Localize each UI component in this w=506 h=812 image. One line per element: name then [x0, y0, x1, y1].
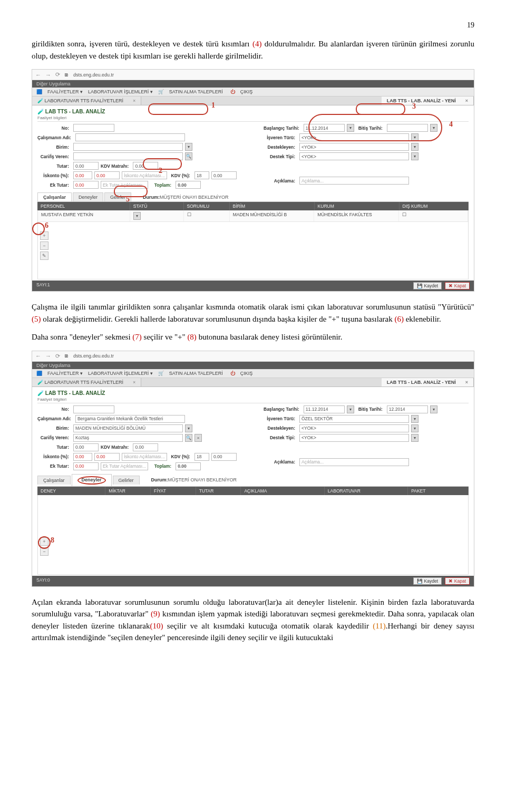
search-icon[interactable]: 🔍 — [185, 152, 192, 160]
cal-icon[interactable]: ▾ — [430, 405, 437, 413]
gc-sorumlu[interactable]: ☐ — [184, 210, 230, 221]
input-aciklama[interactable]: Açıklama... — [299, 458, 409, 466]
input-birim[interactable] — [73, 143, 183, 151]
remove-icon[interactable]: − — [40, 547, 48, 556]
back-icon[interactable]: ← — [35, 353, 41, 359]
reload-icon[interactable]: ⟳ — [55, 353, 60, 360]
tab-deneyler[interactable]: Deneyler — [73, 192, 103, 201]
dd-icon[interactable]: ▾ — [411, 434, 419, 442]
clear-icon[interactable]: × — [194, 434, 202, 442]
close-button[interactable]: ✖ Kapat — [445, 282, 470, 289]
cal-icon[interactable]: ▾ — [430, 124, 437, 132]
tab-list[interactable]: 🧪 LABORATUVAR TTS FAALİYETLERİ× — [32, 96, 141, 105]
forward-icon[interactable]: → — [45, 72, 51, 78]
search-icon[interactable]: 🔍 — [185, 434, 192, 442]
input-bitis[interactable]: 12.2014 — [387, 405, 428, 413]
gc-statu[interactable]: ▾ — [130, 210, 184, 221]
input-kdvmatrah[interactable]: 0.00 — [133, 162, 158, 170]
dd-icon[interactable]: ▾ — [185, 143, 192, 151]
input-ektutar[interactable]: 0.00 — [73, 181, 99, 189]
tab-gelirler[interactable]: Gelirler — [113, 476, 140, 485]
input-kdv-val[interactable]: 0.00 — [211, 453, 237, 461]
input-no[interactable] — [73, 405, 114, 413]
power-icon[interactable]: ⏻ — [230, 89, 235, 94]
tab-calisanlar[interactable]: Çalışanlar — [37, 192, 72, 201]
menu-faaliyetler[interactable]: FAALİYETLER ▾ — [47, 89, 83, 94]
input-iskonto-val[interactable]: 0.00 — [94, 171, 120, 179]
tab-list[interactable]: 🧪 LABORATUVAR TTS FAALİYETLERİ× — [32, 378, 141, 386]
gc-diskurum[interactable]: ☐ — [399, 210, 468, 221]
tab-deneyler[interactable]: Deneyler — [72, 474, 112, 486]
save-button[interactable]: 💾 Kaydet — [413, 577, 442, 585]
tab-calisanlar[interactable]: Çalışanlar — [37, 476, 71, 485]
input-kdv-pct[interactable]: 18 — [194, 171, 209, 179]
input-destektipi[interactable]: <YOK> — [299, 434, 409, 442]
close-icon[interactable]: × — [133, 380, 135, 385]
grid-row[interactable]: MUSTAFA EMRE YETKİN ▾ ☐ MADEN MÜHENDİSLİ… — [38, 210, 468, 222]
dd-icon[interactable]: ▾ — [411, 152, 419, 160]
gh-aciklama: AÇIKLAMA — [241, 487, 324, 495]
input-bitis[interactable] — [387, 124, 428, 132]
input-aciklama[interactable]: Açıklama... — [299, 177, 409, 185]
input-no[interactable] — [73, 124, 114, 132]
reload-icon[interactable]: ⟳ — [55, 71, 60, 78]
dd-icon[interactable]: ▾ — [133, 212, 141, 220]
tab-gelirler[interactable]: Gelirler — [104, 192, 131, 201]
menu-lab[interactable]: LABORATUVAR İŞLEMLERİ ▾ — [88, 371, 153, 376]
tab-detail[interactable]: LAB TTS - LAB. ANALİZ - YENİ× — [382, 378, 474, 386]
remove-icon[interactable]: − — [40, 241, 48, 250]
input-kdvmatrah[interactable]: 0.00 — [133, 443, 158, 451]
menu-satin[interactable]: SATIN ALMA TALEPLERİ — [169, 89, 223, 94]
add-icon[interactable]: + — [40, 537, 48, 546]
input-isveren[interactable]: <YOK> — [299, 133, 409, 141]
input-baslangic[interactable]: 11.12.2014 — [304, 124, 345, 132]
add-icon[interactable]: + — [40, 231, 48, 240]
close-icon[interactable]: × — [465, 98, 468, 103]
menu-cikis[interactable]: ÇIKIŞ — [240, 371, 253, 376]
forward-icon[interactable]: → — [45, 353, 51, 359]
dd-icon[interactable]: ▾ — [411, 143, 419, 151]
back-icon[interactable]: ← — [35, 72, 41, 78]
dd-icon[interactable]: ▾ — [185, 424, 192, 432]
close-icon[interactable]: × — [133, 98, 135, 103]
menu-faaliyetler[interactable]: FAALİYETLER ▾ — [47, 371, 83, 376]
input-iskonto-val[interactable]: 0.00 — [94, 453, 120, 461]
input-isveren[interactable]: ÖZEL SEKTÖR — [299, 415, 409, 423]
close-button[interactable]: ✖ Kapat — [445, 577, 470, 585]
input-kdv-val[interactable]: 0.00 — [211, 171, 237, 179]
input-kdv-pct[interactable]: 18 — [194, 453, 209, 461]
input-ektutar[interactable]: 0.00 — [73, 462, 99, 470]
menu-cikis[interactable]: ÇIKIŞ — [240, 89, 253, 94]
cal-icon[interactable]: ▾ — [347, 124, 354, 132]
input-destektipi[interactable]: <YOK> — [299, 152, 409, 160]
input-ektutar-acik[interactable]: Ek Tutar Açıklaması... — [101, 462, 148, 470]
input-cari[interactable] — [73, 152, 183, 160]
input-birim[interactable]: MADEN MÜHENDİSLİĞİ BÖLÜMÜ — [73, 424, 183, 432]
input-calisma[interactable]: Bergama Granitleri Mekanik Özellik Testl… — [75, 415, 185, 423]
url-bar[interactable]: dsts.eng.deu.edu.tr — [73, 72, 471, 78]
menu-satin[interactable]: SATIN ALMA TALEPLERİ — [169, 371, 223, 376]
input-ektutar-acik[interactable]: Ek Tutar Açıklaması... — [101, 181, 148, 189]
cal-icon[interactable]: ▾ — [347, 405, 354, 413]
power-icon[interactable]: ⏻ — [230, 371, 235, 376]
dd-icon[interactable]: ▾ — [411, 133, 419, 141]
input-baslangic[interactable]: 11.12.2014 — [304, 405, 345, 413]
input-tutar[interactable]: 0.00 — [73, 443, 99, 451]
input-tutar[interactable]: 0.00 — [73, 162, 99, 170]
input-iskonto-pct[interactable]: 0.00 — [73, 453, 92, 461]
dd-icon[interactable]: ▾ — [411, 424, 419, 432]
edit-icon[interactable]: ✎ — [40, 252, 48, 260]
save-button[interactable]: 💾 Kaydet — [413, 282, 442, 289]
close-icon[interactable]: × — [465, 380, 468, 385]
input-iskonto-pct[interactable]: 0.00 — [73, 171, 92, 179]
url-bar[interactable]: dsts.eng.deu.edu.tr — [73, 353, 471, 359]
input-destekleyen[interactable]: <YOK> — [299, 143, 409, 151]
input-calisma[interactable] — [75, 133, 185, 141]
tab-detail[interactable]: LAB TTS - LAB. ANALİZ - YENİ× — [382, 96, 474, 105]
input-cari[interactable]: Koztaş — [73, 434, 183, 442]
dd-icon[interactable]: ▾ — [411, 415, 419, 423]
input-destekleyen[interactable]: <YOK> — [299, 424, 409, 432]
input-iskonto-acik[interactable]: İskonto Açıklaması... — [122, 453, 167, 461]
menu-lab[interactable]: LABORATUVAR İŞLEMLERİ ▾ — [88, 89, 153, 94]
input-iskonto-acik[interactable]: İskonto Açıklaması... — [122, 171, 167, 179]
